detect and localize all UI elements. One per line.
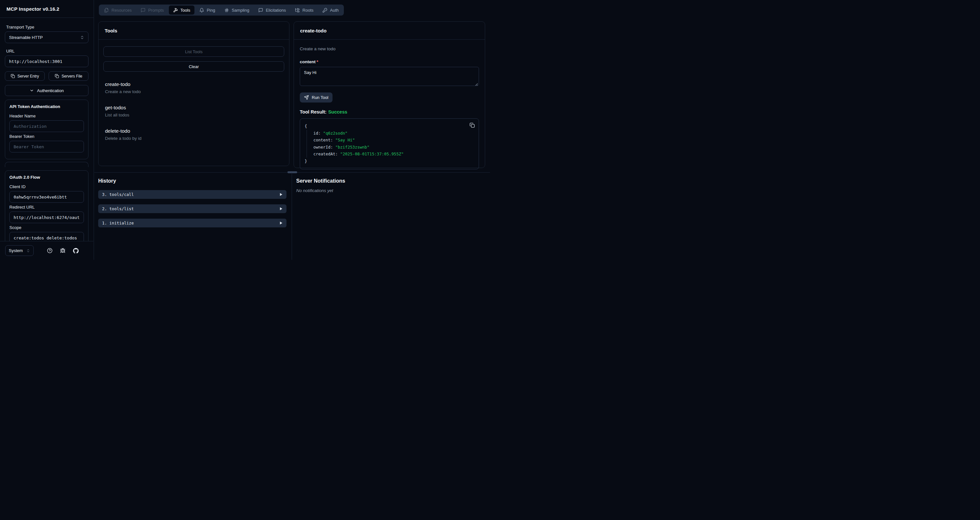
hash-icon	[224, 8, 229, 13]
tab-resources[interactable]: Resources	[100, 5, 136, 14]
list-tools-button[interactable]: List Tools	[103, 46, 284, 57]
history-item[interactable]: 2. tools/list	[98, 204, 286, 213]
history-item[interactable]: 3. tools/call	[98, 190, 286, 199]
server-entry-button[interactable]: Server Entry	[5, 71, 45, 81]
collapsed-card-edge	[5, 162, 89, 167]
param-label: content*	[300, 59, 479, 64]
folder-tree-icon	[295, 8, 300, 13]
scope-label: Scope	[10, 225, 84, 230]
tool-detail-title: create-todo	[300, 28, 327, 33]
tool-item-delete-todo[interactable]: delete-todo Delete a todo by id	[105, 128, 283, 141]
tab-sampling[interactable]: Sampling	[220, 5, 253, 14]
chevrons-up-down-icon	[80, 35, 84, 40]
tool-result-json: { id: "q6z2sodn" content: "Say Hi" owner…	[300, 118, 479, 169]
tool-result-line: Tool Result:Success	[300, 109, 479, 115]
clear-button[interactable]: Clear	[103, 61, 284, 72]
history-title: History	[98, 178, 292, 184]
scope-input[interactable]	[10, 232, 84, 241]
redirect-url-label: Redirect URL	[10, 205, 84, 209]
tab-prompts[interactable]: Prompts	[137, 5, 168, 14]
help-icon[interactable]	[47, 248, 52, 254]
main-area: Resources Prompts Tools Ping Sampling El…	[94, 0, 490, 260]
tools-panel-title: Tools	[105, 28, 117, 33]
chevron-down-icon	[30, 88, 34, 93]
history-list: 3. tools/call 2. tools/list 1. initializ…	[98, 190, 286, 227]
copy-icon	[11, 74, 15, 78]
tool-detail-header: create-todo	[294, 22, 485, 40]
run-tool-button[interactable]: Run Tool	[300, 93, 332, 102]
tools-panel: Tools List Tools Clear create-todo Creat…	[98, 21, 290, 166]
authentication-toggle[interactable]: Authentication	[5, 85, 89, 96]
tool-description: Create a new todo	[300, 46, 479, 51]
servers-file-button[interactable]: Servers File	[49, 71, 89, 81]
url-input[interactable]	[5, 56, 89, 67]
hammer-icon	[173, 8, 178, 13]
tab-ping[interactable]: Ping	[195, 5, 220, 14]
url-label: URL	[6, 49, 89, 54]
sidebar-content: Transport Type Streamable HTTP URL Serve…	[0, 18, 93, 241]
authentication-label: Authentication	[37, 88, 64, 93]
tab-auth[interactable]: Auth	[318, 5, 343, 14]
theme-select[interactable]: System	[5, 245, 34, 256]
tab-bar: Resources Prompts Tools Ping Sampling El…	[99, 5, 344, 16]
copy-icon	[55, 74, 59, 78]
tab-elicitations[interactable]: Elicitations	[254, 5, 290, 14]
servers-file-label: Servers File	[62, 74, 82, 78]
server-notifications-title: Server Notifications	[296, 178, 490, 184]
sidebar-footer: System	[0, 241, 93, 260]
bell-icon	[199, 8, 204, 13]
oauth-card: OAuth 2.0 Flow Client ID Redirect URL Sc…	[5, 170, 89, 241]
server-entry-label: Server Entry	[18, 74, 39, 78]
history-panel: History 3. tools/call 2. tools/list 1. i…	[94, 172, 292, 260]
transport-type-select[interactable]: Streamable HTTP	[5, 32, 89, 43]
oauth-title: OAuth 2.0 Flow	[10, 175, 84, 180]
chevrons-up-down-icon	[26, 249, 30, 253]
bug-icon[interactable]	[60, 248, 65, 254]
bearer-token-input[interactable]	[10, 141, 84, 153]
expand-triangle-icon	[280, 193, 283, 196]
expand-triangle-icon	[280, 207, 283, 211]
message-square-icon	[141, 8, 145, 13]
transport-type-label: Transport Type	[6, 25, 89, 30]
transport-type-value: Streamable HTTP	[9, 35, 80, 40]
json-close-brace: }	[305, 158, 474, 165]
tool-detail-panel: create-todo Create a new todo content* S…	[294, 21, 485, 168]
app-title-bar: MCP Inspector v0.16.2	[0, 0, 94, 18]
app-title: MCP Inspector v0.16.2	[6, 6, 59, 12]
client-id-input[interactable]	[10, 191, 84, 203]
tool-item-create-todo[interactable]: create-todo Create a new todo	[105, 81, 283, 94]
api-token-title: API Token Authentication	[10, 104, 84, 109]
message-square-icon	[258, 8, 263, 13]
key-icon	[323, 8, 327, 13]
json-field-id: id: "q6z2sodn"	[313, 130, 474, 137]
client-id-label: Client ID	[10, 184, 84, 189]
redirect-url-input[interactable]	[10, 212, 84, 223]
tools-panel-header: Tools	[99, 22, 289, 40]
copy-icon[interactable]	[469, 123, 475, 128]
api-token-card: API Token Authentication Header Name Bea…	[5, 100, 89, 159]
github-icon[interactable]	[73, 248, 79, 254]
json-field-createdat: createdAt: "2025-08-01T15:37:05.955Z"	[313, 150, 474, 158]
sidebar: MCP Inspector v0.16.2 Transport Type Str…	[0, 0, 94, 260]
required-marker: *	[317, 59, 318, 64]
header-name-input[interactable]	[10, 120, 84, 132]
tab-roots[interactable]: Roots	[291, 5, 318, 14]
tool-list: create-todo Create a new todo get-todos …	[105, 81, 283, 141]
send-icon	[304, 95, 309, 100]
server-notifications-panel: Server Notifications No notifications ye…	[292, 172, 490, 260]
tool-item-get-todos[interactable]: get-todos List all todos	[105, 105, 283, 117]
footer-icons	[34, 248, 88, 254]
history-item[interactable]: 1. initialize	[98, 219, 286, 227]
header-name-label: Header Name	[10, 113, 84, 118]
result-status: Success	[328, 109, 347, 115]
expand-triangle-icon	[280, 221, 283, 225]
content-textarea[interactable]: Say Hi	[300, 67, 479, 86]
json-field-ownerid: ownerId: "bzif253zswnb"	[313, 144, 474, 151]
json-field-content: content: "Say Hi"	[313, 137, 474, 144]
json-open-brace: {	[305, 123, 474, 130]
theme-value: System	[9, 248, 26, 253]
tab-tools[interactable]: Tools	[169, 5, 194, 14]
no-notifications-message: No notifications yet	[296, 188, 490, 193]
bearer-token-label: Bearer Token	[10, 134, 84, 139]
files-icon	[104, 8, 109, 13]
